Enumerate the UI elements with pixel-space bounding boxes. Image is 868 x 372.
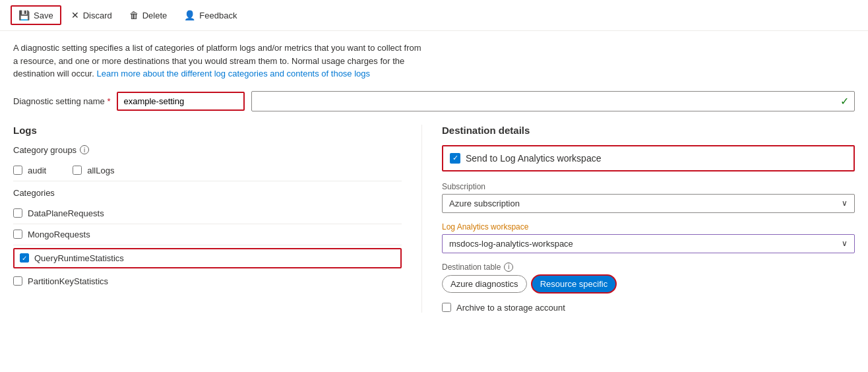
archive-row: Archive to a storage account bbox=[442, 303, 855, 313]
categories-section: Categories DataPlaneRequests MongoReques… bbox=[13, 188, 402, 292]
destination-panel: Destination details ✓ Send to Log Analyt… bbox=[422, 125, 855, 313]
partition-checkbox[interactable] bbox=[13, 276, 22, 286]
query-label: QueryRuntimeStatistics bbox=[34, 253, 124, 263]
query-runtime-row: ✓ QueryRuntimeStatistics bbox=[13, 248, 402, 268]
destination-title: Destination details bbox=[442, 125, 855, 136]
feedback-button[interactable]: 👤 Feedback bbox=[177, 6, 244, 24]
alllogs-label: allLogs bbox=[87, 166, 114, 175]
send-to-workspace-label: Send to Log Analytics workspace bbox=[466, 153, 601, 164]
subscription-value: Azure subscription bbox=[449, 199, 520, 208]
category-groups-label: Category groups i bbox=[13, 145, 402, 155]
setting-name-full-input[interactable] bbox=[257, 96, 840, 106]
log-analytics-label: Log Analytics workspace bbox=[442, 222, 855, 232]
azure-diagnostics-button[interactable]: Azure diagnostics bbox=[442, 275, 527, 293]
category-groups-info-icon[interactable]: i bbox=[80, 145, 89, 154]
dataplane-label: DataPlaneRequests bbox=[28, 208, 104, 218]
audit-label: audit bbox=[28, 166, 46, 175]
subscription-label: Subscription bbox=[442, 182, 855, 191]
toolbar: 💾 Save ✕ Discard 🗑 Delete 👤 Feedback bbox=[0, 0, 868, 31]
destination-table-label: Destination table i bbox=[442, 263, 855, 272]
delete-icon: 🗑 bbox=[129, 10, 139, 20]
mongo-label: MongoRequests bbox=[28, 230, 90, 239]
destination-table-info-icon[interactable]: i bbox=[504, 263, 513, 272]
checkmark-icon: ✓ bbox=[840, 95, 849, 108]
feedback-icon: 👤 bbox=[184, 10, 195, 20]
archive-label: Archive to a storage account bbox=[456, 303, 565, 313]
learn-more-link[interactable]: Learn more about the different log categ… bbox=[96, 69, 370, 78]
partition-label: PartitionKeyStatistics bbox=[28, 276, 108, 286]
log-analytics-value: msdocs-log-analytics-workspace bbox=[449, 239, 573, 249]
content-area: A diagnostic setting specifies a list of… bbox=[0, 31, 868, 323]
required-indicator: * bbox=[107, 96, 110, 106]
logs-panel: Logs Category groups i audit allLogs bbox=[13, 125, 422, 313]
mongo-checkbox[interactable] bbox=[13, 230, 22, 239]
setting-name-full-input-wrapper: ✓ bbox=[251, 91, 855, 111]
discard-button[interactable]: ✕ Discard bbox=[64, 6, 119, 24]
discard-label: Discard bbox=[83, 11, 112, 20]
partition-row: PartitionKeyStatistics bbox=[13, 271, 402, 292]
resource-specific-button[interactable]: Resource specific bbox=[531, 274, 617, 294]
alllogs-checkbox[interactable] bbox=[73, 166, 82, 175]
send-to-workspace-checkbox[interactable]: ✓ bbox=[450, 153, 460, 164]
subscription-group: Subscription Azure subscription ∨ bbox=[442, 182, 855, 213]
save-icon: 💾 bbox=[18, 10, 30, 20]
archive-checkbox[interactable] bbox=[442, 303, 451, 312]
subscription-dropdown[interactable]: Azure subscription ∨ bbox=[442, 194, 855, 213]
save-button[interactable]: 💾 Save bbox=[11, 5, 61, 25]
alllogs-checkbox-item: allLogs bbox=[73, 166, 114, 175]
setting-name-label: Diagnostic setting name * bbox=[13, 96, 110, 106]
categories-label: Categories bbox=[13, 188, 402, 198]
dataplane-row: DataPlaneRequests bbox=[13, 203, 402, 224]
logs-title: Logs bbox=[13, 125, 402, 136]
mongo-row: MongoRequests bbox=[13, 224, 402, 245]
setting-name-input-highlight bbox=[117, 92, 245, 111]
destination-table-group: Destination table i Azure diagnostics Re… bbox=[442, 263, 855, 294]
query-checkbox-checked: ✓ bbox=[20, 253, 29, 263]
category-groups-row: audit allLogs bbox=[13, 160, 402, 181]
delete-button[interactable]: 🗑 Delete bbox=[122, 6, 175, 24]
setting-name-row: Diagnostic setting name * ✓ bbox=[13, 91, 855, 111]
main-layout: Logs Category groups i audit allLogs bbox=[13, 125, 855, 313]
delete-label: Delete bbox=[142, 11, 168, 20]
destination-table-options: Azure diagnostics Resource specific bbox=[442, 274, 855, 294]
audit-checkbox[interactable] bbox=[13, 166, 22, 175]
save-label: Save bbox=[34, 11, 53, 20]
log-analytics-dropdown[interactable]: msdocs-log-analytics-workspace ∨ bbox=[442, 234, 855, 253]
description-text: A diagnostic setting specifies a list of… bbox=[13, 42, 422, 80]
log-analytics-chevron-icon: ∨ bbox=[842, 239, 848, 248]
setting-name-input[interactable] bbox=[118, 93, 243, 109]
audit-checkbox-item: audit bbox=[13, 166, 46, 175]
discard-icon: ✕ bbox=[71, 10, 79, 20]
dataplane-checkbox[interactable] bbox=[13, 208, 22, 218]
feedback-label: Feedback bbox=[199, 11, 237, 20]
send-to-workspace-row: ✓ Send to Log Analytics workspace bbox=[442, 145, 855, 171]
log-analytics-group: Log Analytics workspace msdocs-log-analy… bbox=[442, 222, 855, 253]
subscription-chevron-icon: ∨ bbox=[842, 199, 848, 208]
